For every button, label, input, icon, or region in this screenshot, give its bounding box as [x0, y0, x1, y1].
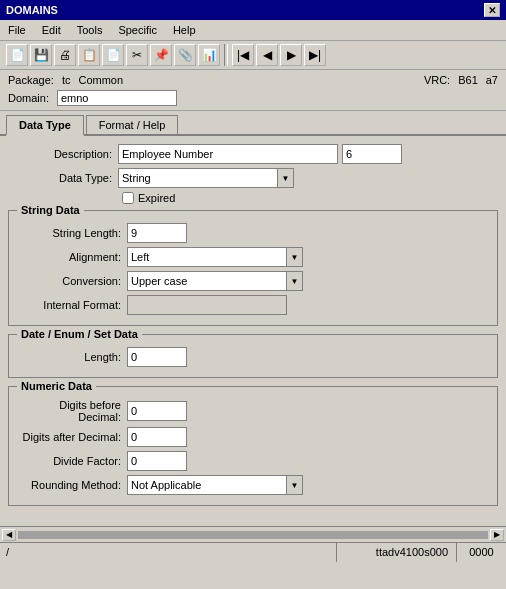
title-bar-text: DOMAINS — [6, 4, 58, 16]
toolbar: 📄 💾 🖨 📋 📄 ✂ 📌 📎 📊 |◀ ◀ ▶ ▶| — [0, 41, 506, 70]
digits-before-input[interactable] — [127, 401, 187, 421]
menu-specific[interactable]: Specific — [114, 22, 161, 38]
string-length-input[interactable] — [127, 223, 187, 243]
alignment-input[interactable] — [127, 247, 287, 267]
package-row: Package: tc Common VRC: B61 a7 — [8, 74, 498, 86]
print-button[interactable]: 🖨 — [54, 44, 76, 66]
menu-bar: File Edit Tools Specific Help — [0, 20, 506, 41]
expired-row: Expired — [122, 192, 498, 204]
scroll-track — [18, 531, 488, 539]
description-row: Description: — [8, 144, 498, 164]
description-input-wrap — [118, 144, 402, 164]
attach-button[interactable]: 📎 — [174, 44, 196, 66]
description-label: Description: — [8, 148, 118, 160]
status-right: ttadv4100s000 — [336, 543, 456, 562]
vrc-value: B61 — [458, 74, 478, 86]
rounding-method-dropdown-wrap: ▼ — [127, 475, 303, 495]
domain-row: Domain: — [8, 90, 498, 106]
data-type-dropdown-wrap: ▼ — [118, 168, 294, 188]
string-data-title: String Data — [17, 204, 84, 216]
date-enum-title: Date / Enum / Set Data — [17, 328, 142, 340]
new-button[interactable]: 📄 — [6, 44, 28, 66]
rounding-method-dropdown-btn[interactable]: ▼ — [287, 475, 303, 495]
length-row: Length: — [17, 347, 489, 367]
internal-format-label: Internal Format: — [17, 299, 127, 311]
menu-tools[interactable]: Tools — [73, 22, 107, 38]
next-button[interactable]: ▶ — [280, 44, 302, 66]
numeric-data-title: Numeric Data — [17, 380, 96, 392]
title-bar: DOMAINS ✕ — [0, 0, 506, 20]
length-label: Length: — [17, 351, 127, 363]
scroll-left-btn[interactable]: ◀ — [2, 529, 16, 541]
horizontal-scrollbar[interactable]: ◀ ▶ — [0, 526, 506, 542]
description-input[interactable] — [118, 144, 338, 164]
menu-help[interactable]: Help — [169, 22, 200, 38]
internal-format-input[interactable] — [127, 295, 287, 315]
status-bar: / ttadv4100s000 0000 — [0, 542, 506, 562]
last-button[interactable]: ▶| — [304, 44, 326, 66]
numeric-data-content: Digits before Decimal: Digits after Deci… — [17, 393, 489, 495]
scroll-right-btn[interactable]: ▶ — [490, 529, 504, 541]
rounding-method-label: Rounding Method: — [17, 479, 127, 491]
divide-factor-label: Divide Factor: — [17, 455, 127, 467]
info-area: Package: tc Common VRC: B61 a7 Domain: — [0, 70, 506, 111]
description-num[interactable] — [342, 144, 402, 164]
menu-file[interactable]: File — [4, 22, 30, 38]
graph-button[interactable]: 📊 — [198, 44, 220, 66]
date-enum-section: Date / Enum / Set Data Length: — [8, 334, 498, 378]
vrc-label: VRC: — [424, 74, 450, 86]
alignment-dropdown-btn[interactable]: ▼ — [287, 247, 303, 267]
content-area: Description: Data Type: ▼ Expired String… — [0, 136, 506, 526]
data-type-label: Data Type: — [8, 172, 118, 184]
tabs-bar: Data Type Format / Help — [0, 111, 506, 136]
menu-edit[interactable]: Edit — [38, 22, 65, 38]
conversion-dropdown-wrap: ▼ — [127, 271, 303, 291]
tab-format-help[interactable]: Format / Help — [86, 115, 179, 134]
cut-button[interactable]: ✂ — [126, 44, 148, 66]
alignment-label: Alignment: — [17, 251, 127, 263]
string-length-label: String Length: — [17, 227, 127, 239]
length-input[interactable] — [127, 347, 187, 367]
string-data-content: String Length: Alignment: ▼ Conversion: … — [17, 217, 489, 315]
first-button[interactable]: |◀ — [232, 44, 254, 66]
conversion-label: Conversion: — [17, 275, 127, 287]
conversion-input[interactable] — [127, 271, 287, 291]
prev-button[interactable]: ◀ — [256, 44, 278, 66]
paste-button[interactable]: 📌 — [150, 44, 172, 66]
save-button[interactable]: 💾 — [30, 44, 52, 66]
copy-button[interactable]: 📄 — [102, 44, 124, 66]
status-left: / — [0, 543, 336, 562]
string-data-section: String Data String Length: Alignment: ▼ … — [8, 210, 498, 326]
date-enum-content: Length: — [17, 341, 489, 367]
rounding-method-row: Rounding Method: ▼ — [17, 475, 489, 495]
domain-label: Domain: — [8, 92, 49, 104]
tab-data-type[interactable]: Data Type — [6, 115, 84, 136]
data-type-input[interactable] — [118, 168, 278, 188]
status-code: 0000 — [456, 543, 506, 562]
page-button[interactable]: 📋 — [78, 44, 100, 66]
package-label: Package: — [8, 74, 54, 86]
digits-before-label: Digits before Decimal: — [17, 399, 127, 423]
vrc-value2: a7 — [486, 74, 498, 86]
expired-label: Expired — [138, 192, 175, 204]
conversion-row: Conversion: ▼ — [17, 271, 489, 291]
conversion-dropdown-btn[interactable]: ▼ — [287, 271, 303, 291]
divide-factor-row: Divide Factor: — [17, 451, 489, 471]
internal-format-row: Internal Format: — [17, 295, 489, 315]
package-value: tc — [62, 74, 71, 86]
close-button[interactable]: ✕ — [484, 3, 500, 17]
numeric-data-section: Numeric Data Digits before Decimal: Digi… — [8, 386, 498, 506]
expired-checkbox[interactable] — [122, 192, 134, 204]
alignment-row: Alignment: ▼ — [17, 247, 489, 267]
digits-after-row: Digits after Decimal: — [17, 427, 489, 447]
digits-after-input[interactable] — [127, 427, 187, 447]
digits-after-label: Digits after Decimal: — [17, 431, 127, 443]
domain-input[interactable] — [57, 90, 177, 106]
divide-factor-input[interactable] — [127, 451, 187, 471]
alignment-dropdown-wrap: ▼ — [127, 247, 303, 267]
data-type-dropdown-btn[interactable]: ▼ — [278, 168, 294, 188]
data-type-row: Data Type: ▼ — [8, 168, 498, 188]
toolbar-separator — [224, 44, 228, 66]
rounding-method-input[interactable] — [127, 475, 287, 495]
package-value2: Common — [78, 74, 123, 86]
